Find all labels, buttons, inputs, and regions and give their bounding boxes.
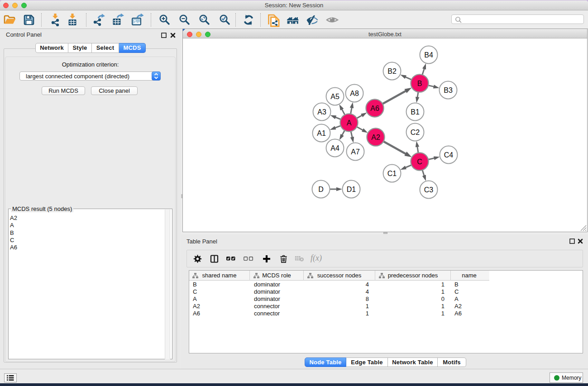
svg-text:B4: B4 [424, 51, 433, 59]
svg-text:A8: A8 [350, 90, 359, 97]
svg-text:A2: A2 [371, 133, 380, 141]
svg-text:A1: A1 [317, 129, 326, 137]
svg-text:C2: C2 [411, 129, 420, 136]
svg-text:A3: A3 [317, 108, 326, 116]
svg-text:C: C [417, 158, 422, 166]
svg-text:D: D [318, 186, 324, 193]
svg-text:C4: C4 [444, 151, 454, 159]
svg-text:C1: C1 [387, 170, 397, 177]
svg-text:A5: A5 [330, 93, 339, 100]
svg-text:D1: D1 [347, 186, 356, 193]
svg-text:A6: A6 [370, 105, 379, 112]
svg-text:B: B [417, 80, 422, 87]
svg-text:B2: B2 [387, 67, 397, 75]
svg-text:A7: A7 [351, 148, 360, 156]
svg-text:C3: C3 [424, 186, 434, 194]
svg-text:A4: A4 [330, 144, 339, 152]
svg-text:A: A [347, 119, 352, 127]
svg-text:B1: B1 [411, 108, 420, 116]
svg-text:B3: B3 [444, 86, 453, 94]
